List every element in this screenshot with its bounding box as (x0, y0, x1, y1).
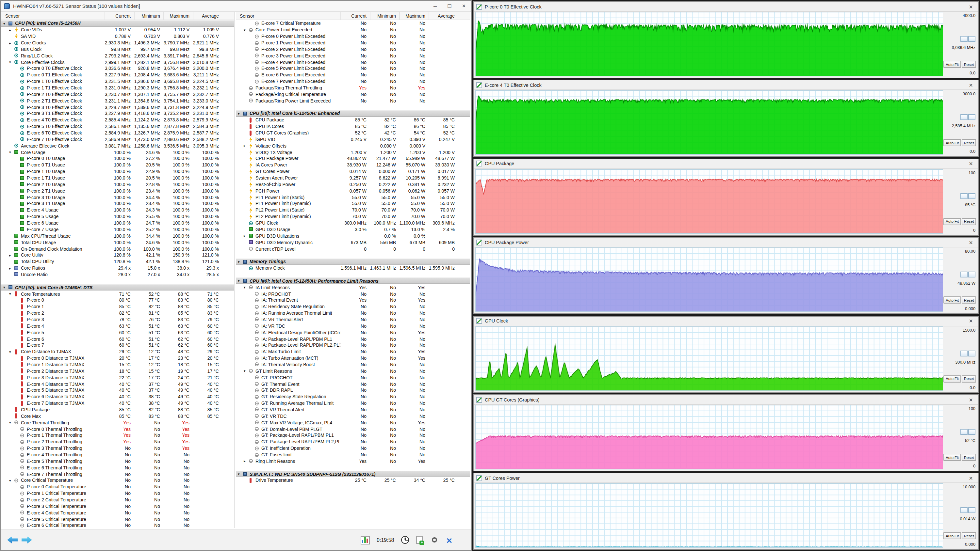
graph-titlebar[interactable]: CPU GT Cores (Graphics)× (474, 395, 978, 405)
sensor-row[interactable]: PL1 Power Limit (Static)55.0 W55.0 W55.0… (236, 194, 470, 200)
auto-fit-button[interactable]: Auto Fit (943, 61, 961, 68)
tree-toggle-icon[interactable]: ▸ (244, 234, 249, 238)
sensor-row[interactable]: Current cTDP Level0000 (236, 246, 470, 252)
tree-toggle-icon[interactable]: ▾ (9, 60, 14, 64)
sensor-row[interactable]: Bus Clock99.8 MHz99.7 MHz99.8 MHz99.8 MH… (1, 46, 234, 52)
sensor-row[interactable]: P-core 0 T0 Usage100.0 %27.2 %100.0 %100… (1, 156, 234, 162)
sensor-row[interactable]: E-core 6 T0 Effective Clock2,584.9 MHz1,… (1, 130, 234, 136)
sensor-row[interactable]: IA: Turbo Attenuation (MCT)NoNoYes (236, 355, 470, 361)
sensor-row[interactable]: GT: Domain-Level PBM PLGTNoNoNo (236, 426, 470, 432)
sensor-row[interactable]: GT: DDR RAPLNoNoNo (236, 387, 470, 394)
sensor-row[interactable]: VDDQ TX Voltage1.200 V1.200 V1.200 V1.20… (236, 149, 470, 156)
sensor-row[interactable]: E-core 4 T0 Effective Clock2,585.4 MHz1,… (1, 117, 234, 123)
graph-color-button[interactable] (960, 114, 967, 121)
tree-toggle-icon[interactable]: ▸ (9, 253, 14, 257)
graph-config-button[interactable] (968, 350, 975, 356)
tree-toggle-icon[interactable]: ▸ (9, 28, 14, 32)
sensor-row[interactable]: On-Demand Clock Modulation100.0 %100.0 %… (1, 246, 234, 252)
sensor-row[interactable]: E-core 6 Critical TemperatureNoNoNo (1, 522, 234, 528)
graph-close-icon[interactable]: × (966, 82, 975, 89)
sensor-row[interactable]: GT: PROCHOTNoNoNo (236, 375, 470, 381)
sensor-row[interactable]: Core Max85 °C83 °C88 °C85 °C (1, 413, 234, 419)
sensor-row[interactable]: ▾Core Temperatures71 °C52 °C88 °C71 °C (1, 291, 234, 297)
tree-toggle-icon[interactable]: ▾ (9, 350, 14, 354)
sensor-row[interactable]: E-core 560 °C51 °C63 °C60 °C (1, 329, 234, 336)
tree-toggle-icon[interactable]: ▸ (244, 459, 249, 463)
sensor-row[interactable]: Ring/LLC Clock2,793.2 MHz2,693.4 MHz3,39… (1, 52, 234, 59)
sensor-row[interactable]: E-core 7 Power Limit ExceededNoNoNo (236, 78, 470, 84)
sensor-section-row[interactable]: ▾Memory Timings (236, 259, 470, 265)
graph-config-button[interactable] (968, 272, 975, 278)
col-average[interactable]: Average (429, 11, 458, 20)
graph-close-icon[interactable]: × (966, 396, 975, 403)
tree-toggle-icon[interactable]: ▾ (9, 478, 14, 483)
sensor-row[interactable]: GT: Inefficient OperationNoNoNo (236, 445, 470, 451)
reset-button[interactable]: Reset (962, 375, 976, 382)
sensor-row[interactable]: GT: Thermal EventNoNoNo (236, 381, 470, 387)
sensor-row[interactable]: E-core 5 Usage100.0 %25.5 %100.0 %100.0 … (1, 213, 234, 220)
sensor-row[interactable]: E-core 7 Usage100.0 %25.2 %100.0 %100.0 … (1, 226, 234, 233)
sensor-row[interactable]: P-core 3 T0 Effective Clock3,228.7 MHz1,… (1, 104, 234, 110)
sensor-row[interactable]: E-core 5 Critical TemperatureNoNoNo (1, 516, 234, 522)
sensor-row[interactable]: Total CPU Usage100.0 %24.6 %100.0 %100.0… (1, 239, 234, 246)
sensor-row[interactable]: GT Cores Power0.014 W0.000 W0.171 W0.017… (236, 168, 470, 175)
tree-toggle-icon[interactable]: ▾ (238, 472, 243, 476)
graph-color-button[interactable] (960, 350, 967, 356)
sensor-row[interactable]: CPU Package85 °C82 °C86 °C85 °C (236, 117, 470, 123)
col-maximum[interactable]: Maximum (163, 11, 193, 20)
sensor-section-row[interactable]: ▾CPU [#0]: Intel Core i5-12450H (1, 20, 234, 27)
sensor-row[interactable]: P-core 1 T1 Effective Clock3,231.0 MHz1,… (1, 84, 234, 91)
sensor-row[interactable]: E-core 5 Distance to TJMAX40 °C37 °C49 °… (1, 387, 234, 394)
sensor-row[interactable]: ▾Core Distance to TJMAX29 °C12 °C48 °C29… (1, 349, 234, 355)
sensor-row[interactable]: P-core 3 Critical TemperatureNoNoNo (1, 503, 234, 510)
sensor-row[interactable]: GT: Package-Level RAPL/PBM PL1NoNoNo (236, 432, 470, 439)
graph-close-icon[interactable]: × (966, 160, 975, 167)
col-minimum[interactable]: Minimum (370, 11, 399, 20)
sensor-row[interactable]: P-core 2 Distance to TJMAX18 °C15 °C19 °… (1, 368, 234, 375)
sensor-row[interactable]: P-core 1 Thermal ThrottlingYesNoYes (1, 432, 234, 439)
sensor-row[interactable]: ▸Core Utility120.8 %42.1 %150.9 %121.0 % (1, 252, 234, 259)
sensor-row[interactable]: P-core 3 Thermal ThrottlingNoNoYes (1, 445, 234, 451)
col-sensor[interactable]: Sensor (236, 13, 340, 18)
sensor-row[interactable]: GT: VR Thermal AlertNoNoNo (236, 407, 470, 413)
sensor-row[interactable]: ▾Core Usage100.0 %24.6 %100.0 %100.0 % (1, 149, 234, 156)
sensor-row[interactable]: E-core 660 °C51 °C62 °C60 °C (1, 335, 234, 342)
sensor-row[interactable]: ▾Core Power Limit ExceededNoNoNo (236, 27, 470, 33)
sensor-row[interactable]: GPU D3D Memory Dynamic673 MB556 MB673 MB… (236, 239, 470, 246)
graph-color-button[interactable] (960, 429, 967, 435)
sensor-row[interactable]: ▸GPU D3D Utilizations0.0 %0.0 % (236, 233, 470, 239)
sensor-row[interactable]: IA: VR Thermal AlertNoNoNo (236, 316, 470, 323)
sensor-section-row[interactable]: ▾CPU [#0]: Intel Core i5-12450H: Enhance… (236, 110, 470, 117)
col-minimum[interactable]: Minimum (134, 11, 163, 20)
auto-fit-button[interactable]: Auto Fit (943, 375, 961, 382)
auto-fit-button[interactable]: Auto Fit (943, 218, 961, 225)
sensor-row[interactable]: P-core 3 T1 Effective Clock3,227.9 MHz1,… (1, 110, 234, 117)
sensor-row[interactable]: P-core 3 Distance to TJMAX22 °C17 °C24 °… (1, 375, 234, 381)
sensor-row[interactable]: GT: Fuses limitNoNoNo (236, 451, 470, 458)
sensor-row[interactable]: P-core 2 Critical TemperatureNoNoNo (1, 497, 234, 503)
sensor-row[interactable]: P-core 2 T0 Effective Clock3,230.7 MHz1,… (1, 91, 234, 98)
minimize-button[interactable]: – (428, 0, 442, 11)
auto-fit-button[interactable]: Auto Fit (943, 140, 961, 146)
graph-color-button[interactable] (960, 193, 967, 199)
sensor-row[interactable]: ▾Core Effective Clocks2,999.1 MHz1,282.1… (1, 59, 234, 65)
graph-config-button[interactable] (968, 429, 975, 435)
sensor-row[interactable]: Drive Temperature25 °C25 °C34 °C25 °C (236, 477, 470, 484)
graph-color-button[interactable] (960, 508, 967, 513)
sensor-row[interactable]: E-core 5 T0 Effective Clock2,586.1 MHz1,… (1, 123, 234, 130)
sensor-row[interactable]: SA VID0.788 V0.703 V0.803 V0.776 V (1, 33, 234, 40)
sensor-row[interactable]: PCH Power0.057 W0.056 W0.062 W0.057 W (236, 188, 470, 194)
sensor-row[interactable]: E-core 7 Thermal ThrottlingNoNoNo (1, 471, 234, 477)
toolbar-close-icon[interactable]: × (446, 536, 452, 544)
sensor-row[interactable]: CPU Package Power48.862 W21.477 W65.989 … (236, 156, 470, 162)
sensor-row[interactable]: ▸Core Clocks2,930.3 MHz1,496.3 MHz3,790.… (1, 40, 234, 46)
sensor-titlebar[interactable]: HWiNFO64 v7.66-5271 Sensor Status [100 v… (1, 1, 471, 12)
sensor-row[interactable]: P-core 0 T0 Effective Clock3,036.6 MHz92… (1, 65, 234, 72)
graph-color-button[interactable] (960, 36, 967, 42)
report-icon[interactable]: + (416, 536, 423, 544)
graph-config-button[interactable] (968, 36, 975, 42)
tree-toggle-icon[interactable]: ▾ (9, 421, 14, 424)
sensor-row[interactable]: E-core 6 Power Limit ExceededNoNoNo (236, 72, 470, 78)
sensor-row[interactable]: IA: Max Turbo LimitNoNoYes (236, 349, 470, 355)
tree-toggle-icon[interactable]: ▾ (3, 22, 8, 25)
